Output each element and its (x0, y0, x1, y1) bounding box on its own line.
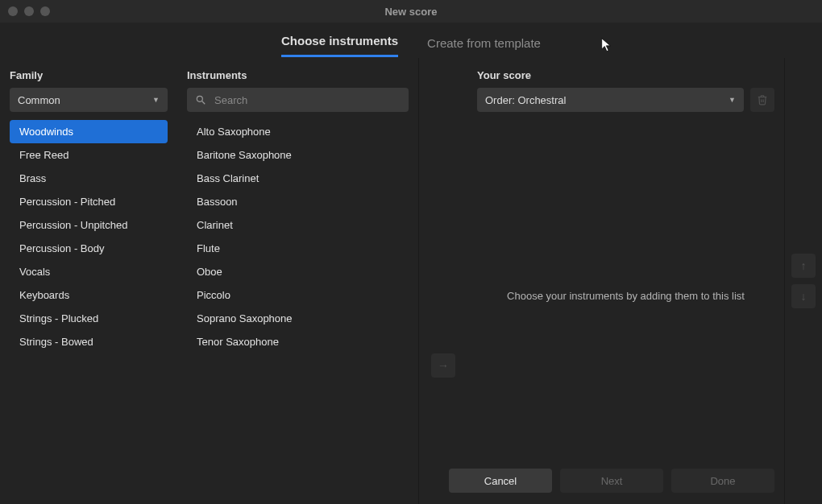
delete-instrument-button[interactable] (750, 88, 774, 112)
instrument-item[interactable]: Soprano Saxophone (187, 307, 409, 330)
instrument-search[interactable] (187, 88, 409, 112)
arrow-up-icon: ↑ (801, 259, 807, 272)
instruments-header: Instruments (184, 69, 412, 88)
score-header: Your score (474, 69, 778, 88)
score-order-value: Order: Orchestral (485, 94, 566, 106)
instrument-item[interactable]: Alto Saxophone (187, 120, 409, 143)
instrument-item[interactable]: Tenor Saxophone (187, 330, 409, 353)
next-button[interactable]: Next (560, 469, 663, 493)
score-empty-message: Choose your instruments by adding them t… (467, 290, 784, 302)
family-item[interactable]: Vocals (10, 260, 168, 283)
add-instrument-button[interactable]: → (431, 353, 455, 378)
titlebar: New score (0, 0, 822, 23)
family-item[interactable]: Strings - Plucked (10, 307, 168, 330)
tab-choose-instruments[interactable]: Choose instruments (281, 26, 398, 57)
family-item[interactable]: Percussion - Body (10, 237, 168, 260)
search-icon (195, 94, 206, 105)
chevron-down-icon: ▼ (729, 96, 736, 104)
reorder-panel: ↑ ↓ (785, 58, 822, 504)
move-up-button[interactable]: ↑ (791, 254, 816, 278)
instruments-panel: Instruments Alto SaxophoneBaritone Saxop… (177, 58, 419, 504)
tab-bar: Choose instruments Create from template (0, 23, 822, 58)
family-dropdown[interactable]: Common ▼ (10, 88, 168, 112)
dialog-footer: Cancel Next Done (449, 469, 774, 493)
zoom-icon[interactable] (40, 6, 50, 16)
score-panel: Your score Order: Orchestral ▼ Choose yo… (467, 58, 785, 504)
instrument-item[interactable]: Bass Clarinet (187, 167, 409, 190)
instrument-item[interactable]: Clarinet (187, 213, 409, 237)
family-item[interactable]: Woodwinds (10, 120, 168, 143)
cancel-button[interactable]: Cancel (449, 469, 552, 493)
tab-create-from-template[interactable]: Create from template (427, 28, 541, 57)
instruments-list: Alto SaxophoneBaritone SaxophoneBass Cla… (184, 120, 412, 353)
add-panel: → (419, 58, 467, 504)
close-icon[interactable] (8, 6, 18, 16)
instrument-item[interactable]: Baritone Saxophone (187, 143, 409, 167)
instrument-item[interactable]: Bassoon (187, 190, 409, 213)
family-header: Family (6, 69, 171, 88)
instrument-search-input[interactable] (214, 94, 402, 106)
family-item[interactable]: Percussion - Unpitched (10, 213, 168, 237)
family-item[interactable]: Free Reed (10, 143, 168, 167)
chevron-down-icon: ▼ (152, 96, 160, 104)
trash-icon (757, 94, 768, 105)
family-dropdown-value: Common (18, 94, 60, 106)
window-title: New score (0, 6, 822, 18)
instrument-item[interactable]: Piccolo (187, 283, 409, 307)
score-order-dropdown[interactable]: Order: Orchestral ▼ (477, 88, 744, 112)
family-item[interactable]: Strings - Bowed (10, 330, 168, 353)
done-button[interactable]: Done (671, 469, 774, 493)
family-item[interactable]: Keyboards (10, 283, 168, 307)
minimize-icon[interactable] (24, 6, 34, 16)
move-down-button[interactable]: ↓ (791, 284, 816, 308)
family-panel: Family Common ▼ WoodwindsFree ReedBrassP… (0, 58, 177, 504)
family-list: WoodwindsFree ReedBrassPercussion - Pitc… (6, 120, 171, 353)
window-controls[interactable] (0, 6, 50, 16)
instrument-item[interactable]: Oboe (187, 260, 409, 283)
arrow-right-icon: → (438, 359, 449, 372)
svg-point-0 (197, 96, 202, 101)
family-item[interactable]: Percussion - Pitched (10, 190, 168, 213)
svg-line-1 (202, 101, 206, 105)
family-item[interactable]: Brass (10, 167, 168, 190)
instrument-item[interactable]: Flute (187, 237, 409, 260)
arrow-down-icon: ↓ (801, 290, 807, 303)
